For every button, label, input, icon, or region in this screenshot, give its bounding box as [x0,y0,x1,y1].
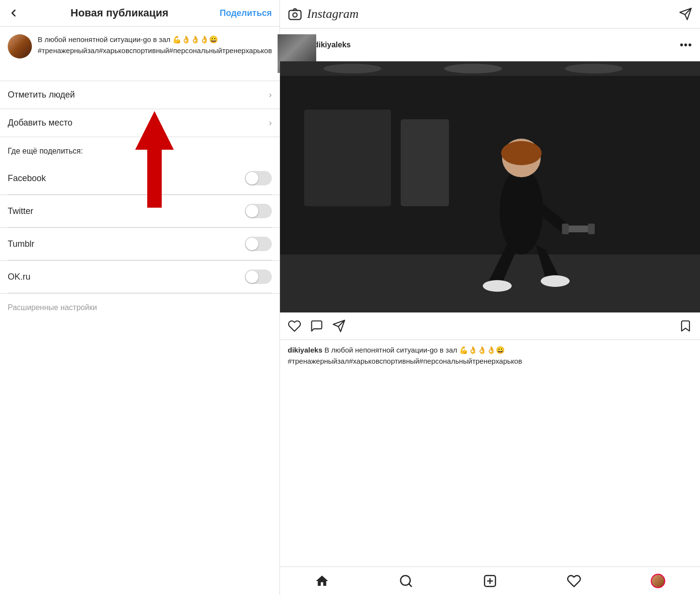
svg-point-15 [501,141,542,165]
post-avatar [8,34,32,58]
svg-point-16 [483,280,512,292]
svg-rect-1 [289,11,301,20]
bookmark-icon[interactable] [679,319,692,333]
activity-nav-icon[interactable] [567,574,581,588]
send-icon[interactable] [679,7,692,21]
toggle-knob-facebook [246,172,258,184]
facebook-label: Facebook [8,173,46,184]
instagram-logo-text: Instagram [307,7,359,21]
svg-rect-20 [588,224,595,234]
toggle-knob-okru [246,270,258,283]
add-nav-icon[interactable] [483,574,497,588]
back-button[interactable] [8,7,19,19]
more-options-icon[interactable]: ••• [680,39,692,51]
share-button[interactable]: Поделиться [220,8,272,18]
svg-rect-11 [401,119,449,206]
caption-username[interactable]: dikiyaleks [288,346,322,354]
like-icon[interactable] [288,319,301,333]
okru-label: OK.ru [8,272,30,282]
facebook-toggle[interactable] [245,171,272,185]
ig-image-inner [280,61,700,312]
left-panel: Новая публикация Поделиться В любой непо… [0,0,280,595]
caption-body: В любой непонятной ситуации-go в зал 💪👌👌… [324,346,505,354]
chevron-right-icon: › [269,90,272,100]
post-caption: В любой непонятной ситуации-go в зал 💪👌👌… [38,34,272,56]
tumblr-label: Tumblr [8,239,34,249]
toggle-knob-tumblr [246,238,258,250]
advanced-settings[interactable]: Расширенные настройки [0,294,280,322]
right-panel: Instagram dikiyaleks ••• [280,0,700,595]
twitter-row[interactable]: Twitter [8,195,272,227]
toggle-knob-twitter [246,205,258,217]
caption-hashtags: #тренажерныйзал#харьковспортивный#персон… [38,45,272,57]
instagram-logo-area: Instagram [288,7,359,21]
svg-point-17 [541,275,570,287]
facebook-row[interactable]: Facebook [8,162,272,195]
ig-post-caption: dikiyaleks В любой непонятной ситуации-g… [280,340,700,373]
caption-text: В любой непонятной ситуации-go в зал 💪👌👌… [38,34,272,45]
twitter-label: Twitter [8,206,33,216]
left-header: Новая публикация Поделиться [0,0,280,27]
ig-main-image [280,61,700,312]
share-section: Где ещё поделиться: [0,137,280,162]
svg-point-9 [565,64,623,73]
advanced-settings-label: Расширенные настройки [8,303,97,312]
share-section-title: Где ещё поделиться: [8,147,272,156]
tag-people-label: Отметить людей [8,90,75,100]
page-title: Новая публикация [70,7,168,19]
svg-point-7 [323,64,381,73]
caption-hashtags: #тренажерныйзал#харьковспортивный#персон… [288,357,522,365]
add-location-label: Добавить место [8,118,72,128]
okru-row[interactable]: OK.ru [8,261,272,293]
ig-bottom-nav [280,567,700,595]
tumblr-toggle[interactable] [245,237,272,251]
home-nav-icon[interactable] [315,574,329,588]
ig-action-bar [280,312,700,340]
ig-action-left [288,319,346,333]
svg-point-2 [293,13,297,17]
instagram-header: Instagram [280,0,700,28]
tumblr-row[interactable]: Tumblr [8,228,272,260]
profile-nav-avatar[interactable] [651,574,665,588]
comment-icon[interactable] [310,319,323,333]
search-nav-icon[interactable] [399,574,413,588]
camera-icon [288,7,302,21]
ig-post-header: dikiyaleks ••• [280,28,700,61]
svg-rect-10 [304,110,391,206]
svg-rect-19 [562,224,569,234]
ig-post-username[interactable]: dikiyaleks [314,41,351,49]
post-preview: В любой непонятной ситуации-go в зал 💪👌👌… [0,27,280,81]
add-location-item[interactable]: Добавить место › [0,109,280,137]
okru-toggle[interactable] [245,269,272,284]
chevron-right-icon-2: › [269,118,272,128]
svg-line-24 [409,584,411,586]
twitter-toggle[interactable] [245,204,272,218]
share-post-icon[interactable] [332,319,346,333]
tag-people-item[interactable]: Отметить людей › [0,81,280,109]
svg-point-8 [444,64,502,73]
